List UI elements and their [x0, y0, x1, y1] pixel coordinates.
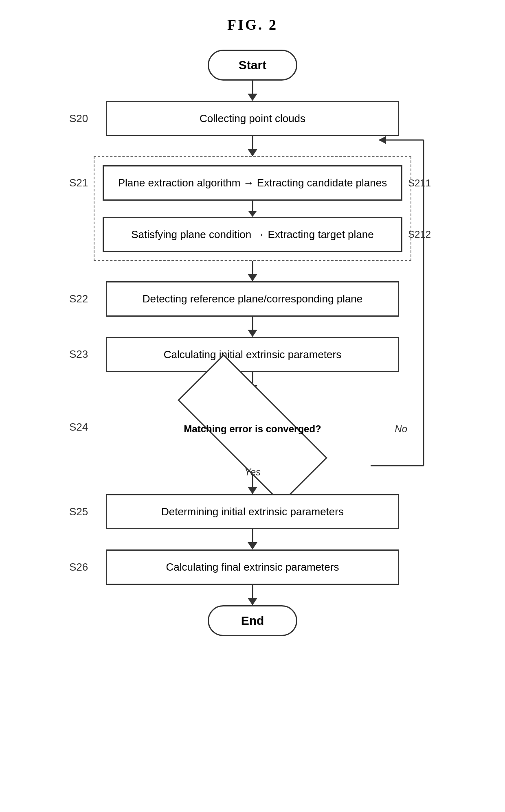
s26-label: S26 — [69, 561, 88, 573]
flowchart: Start S20 Collecting point clouds S21 Pl… — [69, 50, 436, 636]
arrow-s20-s21 — [248, 136, 257, 156]
arrow-s22-s23 — [248, 317, 257, 337]
arrow-s21-s22 — [248, 261, 257, 281]
svg-marker-3 — [379, 136, 386, 144]
arrow-s25-s26 — [248, 529, 257, 549]
end-node: End — [208, 605, 297, 636]
s24-diamond-wrapper: Matching error is converged? No Yes — [106, 392, 399, 466]
s26-box: Calculating final extrinsic parameters — [106, 549, 399, 584]
s21-label: S21 — [69, 177, 88, 189]
feedback-arrow-svg — [371, 140, 436, 506]
s23-box: Calculating initial extrinsic parameters — [106, 337, 399, 372]
s25-box: Determining initial extrinsic parameters — [106, 494, 399, 529]
s24-label: S24 — [69, 421, 88, 433]
arrow-s211-s212 — [248, 201, 257, 217]
s25-label: S25 — [69, 506, 88, 518]
s24-text: Matching error is converged? — [183, 422, 322, 436]
s21-dashed-group: Plane extraction algorithm → Extracting … — [94, 156, 411, 261]
start-node: Start — [208, 50, 297, 81]
s26-row: S26 Calculating final extrinsic paramete… — [69, 549, 436, 584]
figure-title: FIG. 2 — [227, 16, 278, 33]
s20-label: S20 — [69, 112, 88, 125]
s23-label: S23 — [69, 348, 88, 361]
s22-label: S22 — [69, 293, 88, 305]
arrow-start-s20 — [248, 81, 257, 101]
s20-box: Collecting point clouds — [106, 101, 399, 136]
arrow-s24-s25 — [248, 474, 257, 494]
arrow-s26-end — [248, 585, 257, 605]
s211-box: Plane extraction algorithm → Extracting … — [103, 165, 402, 200]
s25-row: S25 Determining initial extrinsic parame… — [69, 494, 436, 529]
s212-box: Satisfying plane condition → Extracting … — [103, 217, 402, 252]
s20-row: S20 Collecting point clouds — [69, 101, 436, 136]
s22-box: Detecting reference plane/corresponding … — [106, 281, 399, 316]
